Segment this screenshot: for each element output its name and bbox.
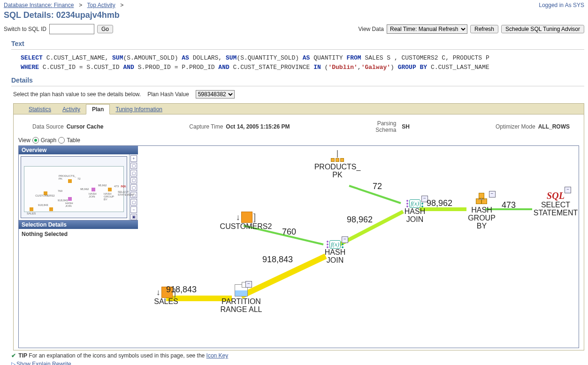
selection-details-heading: Selection Details <box>19 221 138 229</box>
overview-toolbar: + ▢ ▢ ▢ ▢ ▢ ▢ − ▣ <box>129 154 138 220</box>
tab-activity[interactable]: Activity <box>57 105 86 114</box>
tab-plan[interactable]: Plan <box>86 104 110 114</box>
tip-label: TIP <box>18 352 27 359</box>
zoom-step-button[interactable]: ▢ <box>130 163 137 169</box>
plan-node-select-statement[interactable]: SQL− SELECT STATEMENT <box>523 190 588 217</box>
plan-edge-cost: 760 <box>282 227 296 237</box>
plan-node-label: SALES <box>138 298 194 306</box>
plan-node-label: SELECT STATEMENT <box>523 201 588 217</box>
sql-icon: SQL− <box>547 190 565 201</box>
plan-graph-canvas[interactable]: ↓ ] SALES 918,843 − PARTITION RANGE ALL <box>138 146 579 348</box>
collapse-icon[interactable]: − <box>489 191 496 198</box>
breadcrumb-sep: > <box>117 2 125 8</box>
plan-edge-cost: 98,962 <box>427 198 452 208</box>
tip-icon: ✔ <box>11 352 16 359</box>
view-mode-table-label: Table <box>67 137 80 144</box>
zoom-in-button[interactable]: + <box>130 155 137 162</box>
details-hint: Select the plan hash value to see the de… <box>13 91 141 98</box>
view-data-select[interactable]: Real Time: Manual Refresh <box>387 24 467 34</box>
selection-details-body: Nothing Selected <box>19 229 138 348</box>
tab-bar: Statistics Activity Plan Tuning Informat… <box>13 103 584 114</box>
view-mode-graph-radio[interactable] <box>32 137 39 144</box>
plan-node-partition[interactable]: − PARTITION RANGE ALL <box>208 284 274 314</box>
view-data-label: View Data <box>358 26 383 32</box>
switch-sqlid-input[interactable] <box>49 24 94 34</box>
plan-node-label: PRODUCTS_ PK <box>300 163 375 179</box>
hash-join-icon: f(x) − <box>406 199 423 208</box>
zoom-step-button[interactable]: ▢ <box>130 184 137 191</box>
plan-node-label: CUSTOMERS2 <box>213 223 279 231</box>
zoom-step-button[interactable]: ▢ <box>130 199 137 205</box>
expand-icon[interactable]: ▷ <box>11 361 15 365</box>
plan-node-hash-group-by[interactable]: − HASH GROUP BY <box>459 193 504 230</box>
page-title: SQL Details: 0234upajv4hmb <box>0 9 588 23</box>
plan-edge-cost: 918,843 <box>166 285 197 295</box>
hash-join-icon: f(x) − <box>327 240 344 249</box>
down-arrow-icon: ↓ <box>236 213 240 222</box>
plan-edge-cost: 918,843 <box>262 255 293 265</box>
collapse-icon[interactable]: − <box>342 236 348 243</box>
zoom-step-button[interactable]: ▢ <box>130 177 137 184</box>
collapse-icon[interactable]: − <box>565 187 571 193</box>
tip-text: For an explanation of the icons and symb… <box>27 352 206 359</box>
plan-node-label: HASH JOIN <box>394 208 436 224</box>
plan-edge-cost: 72 <box>373 182 382 191</box>
zoom-step-button[interactable]: ▢ <box>130 170 137 176</box>
breadcrumb-top-activity[interactable]: Top Activity <box>87 2 115 8</box>
overview-heading: Overview <box>19 146 138 154</box>
zoom-out-button[interactable]: − <box>130 206 137 213</box>
overview-minimap[interactable]: SALES 918,843 CUSTOMERS2 760 918,843 HAS… <box>21 156 127 218</box>
zoom-fit-button[interactable]: ▣ <box>130 214 137 221</box>
sql-text: SELECT C.CUST_LAST_NAME, SUM(S.AMOUNT_SO… <box>0 52 588 74</box>
section-text-heading: Text <box>0 37 588 48</box>
view-mode-table-radio[interactable] <box>58 137 65 144</box>
partition-icon: − <box>235 284 248 297</box>
view-mode-label: View <box>18 137 31 144</box>
breadcrumb: Database Instance: Finance > Top Activit… <box>4 2 125 8</box>
schedule-tuning-button[interactable]: Schedule SQL Tuning Advisor <box>501 25 584 33</box>
section-details-heading: Details <box>0 74 588 85</box>
plan-edge-cost: 98,962 <box>347 215 373 225</box>
plan-meta-row: Data SourceCursor Cache Capture TimeOct … <box>18 118 579 137</box>
plan-hash-value-label: Plan Hash Value <box>147 91 189 98</box>
plan-hash-value-select[interactable]: 598348382 <box>196 90 235 99</box>
breadcrumb-sep: > <box>76 2 86 8</box>
plan-edge-cost: 473 <box>502 200 516 210</box>
collapse-icon[interactable]: − <box>245 281 252 288</box>
show-explain-rewrite-link[interactable]: Show Explain Rewrite <box>16 361 71 365</box>
go-button[interactable]: Go <box>97 25 113 33</box>
plan-node-customers2[interactable]: ↓ ] CUSTOMERS2 <box>213 212 279 231</box>
plan-node-label: HASH JOIN <box>314 249 356 265</box>
index-icon <box>331 151 344 162</box>
refresh-button[interactable]: Refresh <box>470 25 498 33</box>
tab-statistics[interactable]: Statistics <box>23 105 57 114</box>
group-by-icon: − <box>476 193 488 205</box>
logged-in-as: Logged in As SYS <box>539 2 584 8</box>
switch-sqlid-label: Switch to SQL ID <box>4 26 46 32</box>
icon-key-link[interactable]: Icon Key <box>206 352 229 359</box>
plan-node-label: PARTITION RANGE ALL <box>208 298 274 314</box>
view-mode-graph-label: Graph <box>41 137 56 144</box>
plan-node-products-pk[interactable]: PRODUCTS_ PK <box>300 151 375 179</box>
down-arrow-icon: ↓ <box>156 288 160 297</box>
plan-node-hash-join-1[interactable]: f(x) − HASH JOIN <box>314 237 356 265</box>
breadcrumb-db-instance[interactable]: Database Instance: Finance <box>4 2 74 8</box>
plan-node-label: HASH GROUP BY <box>459 206 504 230</box>
table-icon <box>241 212 252 223</box>
tab-tuning[interactable]: Tuning Information <box>110 105 168 114</box>
